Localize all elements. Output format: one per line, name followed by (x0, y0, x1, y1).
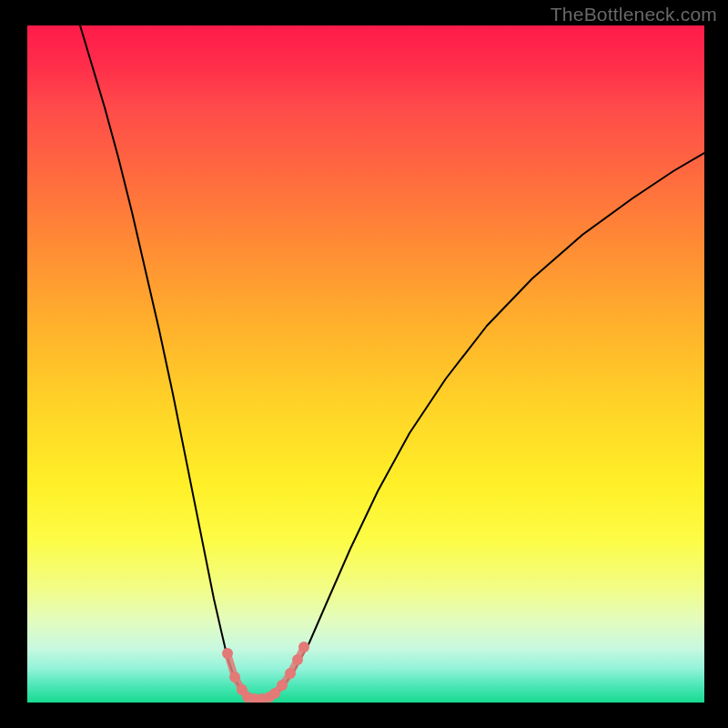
svg-point-2 (237, 684, 248, 695)
svg-point-9 (285, 668, 296, 679)
svg-point-10 (292, 654, 303, 665)
svg-point-4 (249, 693, 260, 703)
chart-frame: TheBottleneck.com (0, 0, 728, 728)
svg-point-1 (229, 672, 240, 682)
svg-point-6 (264, 692, 275, 703)
chart-curve (27, 25, 704, 703)
svg-point-3 (242, 692, 253, 703)
svg-point-8 (277, 680, 288, 691)
chart-plot-area (27, 25, 704, 703)
watermark-text: TheBottleneck.com (551, 4, 717, 25)
svg-point-11 (298, 642, 309, 652)
svg-point-7 (269, 688, 280, 699)
svg-point-5 (257, 693, 268, 703)
svg-point-0 (222, 648, 233, 659)
